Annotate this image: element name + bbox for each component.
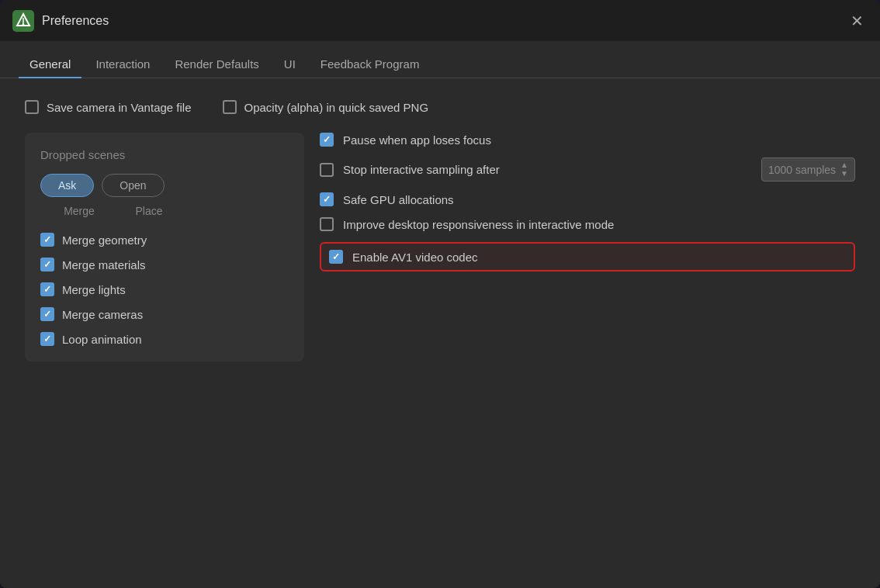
tab-render-defaults[interactable]: Render Defaults (164, 51, 269, 78)
merge-geometry-checkbox[interactable] (40, 233, 54, 247)
merge-geometry-label: Merge geometry (62, 233, 147, 247)
preferences-window: Preferences ✕ General Interaction Render… (0, 0, 880, 588)
opacity-alpha-label: Opacity (alpha) in quick saved PNG (244, 101, 429, 114)
merge-lights-row[interactable]: Merge lights (40, 282, 289, 296)
merge-label: Merge (48, 205, 110, 217)
enable-av1-highlighted-row: Enable AV1 video codec (320, 242, 855, 272)
svg-point-3 (23, 23, 25, 26)
save-camera-label: Save camera in Vantage file (47, 101, 192, 114)
merge-lights-checkbox[interactable] (40, 282, 54, 296)
samples-value: 1000 samples (768, 164, 836, 176)
window-title: Preferences (42, 14, 846, 28)
open-button[interactable]: Open (102, 174, 164, 197)
tab-interaction[interactable]: Interaction (85, 51, 161, 78)
mode-buttons: Ask Open (40, 174, 289, 197)
stop-sampling-row: Stop interactive sampling after 1000 sam… (320, 157, 855, 182)
improve-desktop-label: Improve desktop responsiveness in intera… (343, 218, 855, 231)
tabs-bar: General Interaction Render Defaults UI F… (0, 41, 880, 78)
merge-lights-label: Merge lights (62, 283, 126, 296)
merge-cameras-label: Merge cameras (62, 308, 143, 321)
safe-gpu-checkbox[interactable] (320, 192, 334, 206)
spinner-up-icon[interactable]: ▲ (840, 161, 848, 169)
titlebar: Preferences ✕ (0, 0, 880, 41)
pause-focus-checkbox[interactable] (320, 133, 334, 147)
safe-gpu-label: Safe GPU allocations (343, 193, 855, 206)
close-button[interactable]: ✕ (846, 10, 868, 32)
spinner-down-icon[interactable]: ▼ (840, 170, 848, 178)
merge-cameras-row[interactable]: Merge cameras (40, 307, 289, 321)
loop-animation-checkbox[interactable] (40, 332, 54, 346)
stop-sampling-checkbox[interactable] (320, 163, 334, 177)
enable-av1-label: Enable AV1 video codec (352, 251, 846, 264)
save-camera-checkbox-row[interactable]: Save camera in Vantage file (25, 100, 192, 114)
left-checkboxes: Merge geometry Merge materials Merge lig… (40, 233, 289, 346)
tab-ui[interactable]: UI (273, 51, 307, 78)
tab-feedback-program[interactable]: Feedback Program (310, 51, 431, 78)
panel-title: Dropped scenes (40, 148, 289, 161)
loop-animation-label: Loop animation (62, 333, 142, 346)
merge-geometry-row[interactable]: Merge geometry (40, 233, 289, 247)
opacity-alpha-checkbox[interactable] (223, 100, 237, 114)
merge-cameras-checkbox[interactable] (40, 307, 54, 321)
content-area: Save camera in Vantage file Opacity (alp… (0, 78, 880, 588)
place-label: Place (118, 205, 180, 217)
pause-focus-row: Pause when app loses focus (320, 133, 855, 147)
spinner-arrows: ▲ ▼ (840, 161, 848, 178)
mode-labels: Merge Place (40, 205, 289, 217)
top-checkboxes-row: Save camera in Vantage file Opacity (alp… (25, 100, 855, 114)
merge-materials-label: Merge materials (62, 258, 146, 272)
main-area: Dropped scenes Ask Open Merge Place Merg… (25, 133, 855, 361)
merge-materials-row[interactable]: Merge materials (40, 258, 289, 272)
app-logo-icon (12, 10, 34, 32)
enable-av1-checkbox[interactable] (329, 250, 343, 264)
safe-gpu-row: Safe GPU allocations (320, 192, 855, 206)
improve-desktop-checkbox[interactable] (320, 217, 334, 231)
improve-desktop-row: Improve desktop responsiveness in intera… (320, 217, 855, 231)
loop-animation-row[interactable]: Loop animation (40, 332, 289, 346)
ask-button[interactable]: Ask (40, 174, 94, 197)
merge-materials-checkbox[interactable] (40, 258, 54, 272)
stop-sampling-label: Stop interactive sampling after (343, 163, 752, 176)
pause-focus-label: Pause when app loses focus (343, 133, 855, 147)
samples-spinner[interactable]: 1000 samples ▲ ▼ (761, 157, 855, 182)
save-camera-checkbox[interactable] (25, 100, 39, 114)
opacity-alpha-checkbox-row[interactable]: Opacity (alpha) in quick saved PNG (223, 100, 429, 114)
dropped-scenes-panel: Dropped scenes Ask Open Merge Place Merg… (25, 133, 304, 361)
tab-general[interactable]: General (19, 51, 81, 78)
right-options-panel: Pause when app loses focus Stop interact… (320, 133, 855, 361)
